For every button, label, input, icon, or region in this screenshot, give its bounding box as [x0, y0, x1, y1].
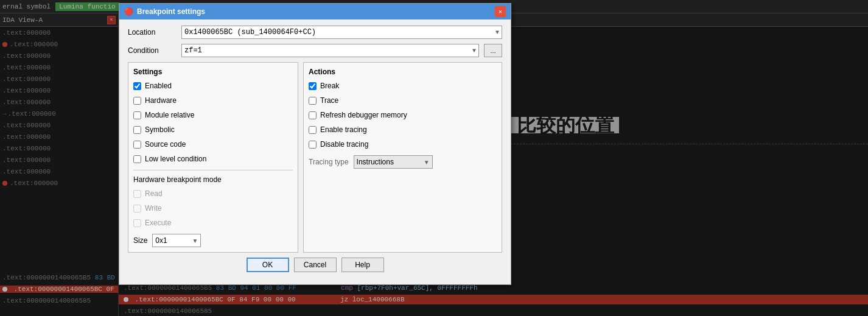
checkbox-execute: Execute [133, 217, 293, 229]
location-dropdown[interactable]: 0x1400065BC (sub_1400064F0+CC) ▼ [181, 26, 502, 39]
settings-actions-container: Settings Enabled Hardware Module relativ… [128, 62, 502, 253]
enabled-checkbox[interactable] [133, 82, 141, 90]
break-label: Break [320, 82, 339, 90]
dialog-body: Location 0x1400065BC (sub_1400064F0+CC) … [119, 19, 511, 284]
condition-arrow: ▼ [472, 47, 476, 54]
dialog-overlay: 🔴 Breakpoint settings × Location 0x14000… [0, 0, 868, 316]
read-label: Read [145, 189, 163, 198]
write-label: Write [145, 204, 162, 212]
size-dropdown[interactable]: 0x1 ▼ [152, 234, 201, 247]
checkbox-trace: Trace [309, 94, 497, 107]
source-code-checkbox[interactable] [133, 141, 141, 149]
execute-checkbox[interactable] [133, 219, 141, 227]
enable-tracing-label: Enable tracing [320, 125, 367, 134]
dialog-close-btn[interactable]: × [495, 6, 506, 17]
low-level-label: Low level condition [145, 155, 206, 163]
low-level-checkbox[interactable] [133, 155, 141, 163]
tracing-type-dropdown[interactable]: Instructions ▼ [354, 155, 433, 169]
location-label: Location [128, 28, 177, 37]
hw-bp-title: Hardware breakpoint mode [133, 175, 293, 184]
actions-panel: Actions Break Trace Refresh debugger mem… [303, 62, 502, 253]
write-checkbox[interactable] [133, 205, 141, 212]
location-arrow: ▼ [495, 29, 499, 36]
checkbox-read: Read [133, 188, 293, 200]
enable-tracing-checkbox[interactable] [309, 126, 317, 134]
checkbox-break: Break [309, 80, 497, 92]
trace-label: Trace [320, 96, 338, 105]
disable-tracing-label: Disable tracing [320, 140, 368, 149]
refresh-debugger-checkbox[interactable] [309, 111, 317, 119]
hw-bp-section: Hardware breakpoint mode Read Write Exec… [133, 170, 293, 247]
dialog-titlebar: 🔴 Breakpoint settings × [119, 4, 511, 19]
checkbox-enabled: Enabled [133, 80, 293, 92]
hardware-checkbox[interactable] [133, 97, 141, 105]
ok-button[interactable]: OK [247, 258, 289, 272]
help-button[interactable]: Help [341, 258, 384, 272]
read-checkbox[interactable] [133, 190, 141, 198]
size-value: 0x1 [155, 236, 167, 245]
checkbox-low-level: Low level condition [133, 153, 293, 165]
execute-label: Execute [145, 219, 171, 227]
checkbox-module-relative: Module relative [133, 109, 293, 121]
hardware-label: Hardware [145, 96, 177, 105]
break-checkbox[interactable] [309, 82, 317, 90]
checkbox-symbolic: Symbolic [133, 124, 293, 136]
module-relative-label: Module relative [145, 111, 194, 119]
actions-title: Actions [309, 68, 497, 76]
refresh-debugger-label: Refresh debugger memory [320, 111, 407, 119]
dialog-icon: 🔴 [124, 7, 133, 16]
cancel-button[interactable]: Cancel [294, 258, 337, 272]
checkbox-enable-tracing: Enable tracing [309, 124, 497, 136]
condition-extra-btn[interactable]: ... [484, 44, 502, 57]
size-row: Size 0x1 ▼ [133, 234, 293, 247]
condition-dropdown[interactable]: zf=1 ▼ [181, 44, 479, 57]
checkbox-refresh-debugger: Refresh debugger memory [309, 109, 497, 121]
dialog-title: 🔴 Breakpoint settings [124, 7, 205, 16]
enabled-label: Enabled [145, 82, 172, 90]
tracing-type-value: Instructions [357, 158, 394, 166]
condition-row: Condition zf=1 ▼ ... [128, 44, 502, 57]
disable-tracing-checkbox[interactable] [309, 141, 317, 149]
source-code-label: Source code [145, 140, 186, 149]
dialog-title-text: Breakpoint settings [137, 7, 205, 16]
checkbox-source-code: Source code [133, 138, 293, 150]
tracing-type-label: Tracing type [309, 158, 349, 166]
breakpoint-dialog: 🔴 Breakpoint settings × Location 0x14000… [119, 3, 511, 285]
settings-title: Settings [133, 68, 293, 76]
location-value: 0x1400065BC (sub_1400064F0+CC) [184, 28, 316, 37]
symbolic-checkbox[interactable] [133, 126, 141, 134]
checkbox-disable-tracing: Disable tracing [309, 138, 497, 150]
symbolic-label: Symbolic [145, 125, 175, 134]
location-row: Location 0x1400065BC (sub_1400064F0+CC) … [128, 26, 502, 39]
condition-label: Condition [128, 46, 177, 55]
condition-value: zf=1 [184, 46, 202, 55]
size-label: Size [133, 236, 147, 245]
checkbox-hardware: Hardware [133, 94, 293, 107]
tracing-type-arrow: ▼ [424, 159, 430, 166]
trace-checkbox[interactable] [309, 97, 317, 105]
size-arrow: ▼ [192, 237, 198, 244]
module-relative-checkbox[interactable] [133, 111, 141, 119]
settings-panel: Settings Enabled Hardware Module relativ… [128, 62, 298, 253]
dialog-footer: OK Cancel Help [128, 253, 502, 278]
checkbox-write: Write [133, 202, 293, 214]
tracing-type-row: Tracing type Instructions ▼ [309, 155, 497, 169]
